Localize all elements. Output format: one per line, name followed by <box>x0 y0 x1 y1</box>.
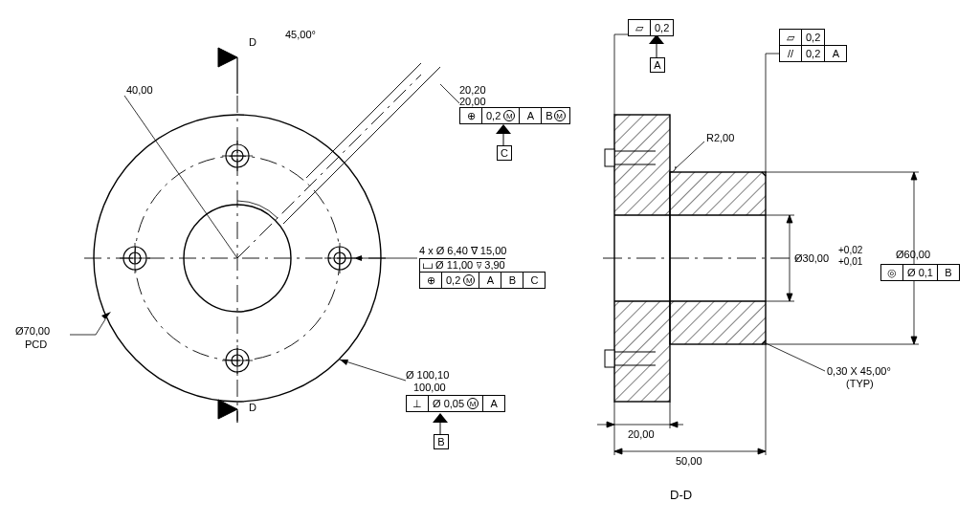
section-label: D-D <box>670 488 692 503</box>
svg-marker-64 <box>787 215 792 223</box>
svg-marker-65 <box>787 294 792 301</box>
od-upper: Ø 100,10 <box>406 369 449 382</box>
chamfer-line2: (TYP) <box>846 378 874 390</box>
svg-rect-57 <box>605 149 614 166</box>
pcd-label: PCD <box>25 338 47 351</box>
svg-marker-25 <box>218 48 237 67</box>
svg-line-23 <box>283 67 440 224</box>
gdnt-parallelism-icon: // <box>780 46 802 61</box>
gdnt-flatness-icon: ▱ <box>780 30 802 45</box>
radial-dim: 40,00 <box>126 84 153 97</box>
svg-line-82 <box>676 142 704 168</box>
fcf-flatness-right: ▱ 0,2 <box>779 29 825 46</box>
gdnt-perpendicularity-icon: ⊥ <box>407 396 429 411</box>
od-lower: 100,00 <box>413 382 446 394</box>
svg-marker-69 <box>911 172 917 180</box>
svg-marker-81 <box>758 448 766 454</box>
angle-dim: 45,00° <box>285 29 316 41</box>
svg-marker-80 <box>614 448 622 454</box>
fcf-od-perp: ⊥ Ø 0,05 M A <box>406 395 505 412</box>
bore-tol-lower: +0,01 <box>838 256 862 268</box>
svg-marker-76 <box>670 422 678 427</box>
datum-b: B <box>434 434 449 449</box>
fcf-key-position: ⊕ 0,2 M A BM <box>459 107 570 124</box>
svg-line-34 <box>340 360 406 381</box>
svg-line-24 <box>124 96 237 258</box>
section-arrow-bottom-label: D <box>249 402 256 414</box>
svg-rect-53 <box>670 172 766 215</box>
svg-marker-41 <box>433 413 448 423</box>
datum-a: A <box>650 57 665 73</box>
hole-note-line2: ⌴ Ø 11,00 ∇ 3,90 <box>419 258 505 272</box>
flange-thk: 20,00 <box>628 428 655 441</box>
svg-marker-75 <box>607 422 614 427</box>
svg-line-36 <box>440 84 459 103</box>
fcf-concentricity: ◎ Ø 0,1 B <box>880 264 960 281</box>
gdnt-position-icon: ⊕ <box>420 273 442 288</box>
fcf-holes-position: ⊕ 0,2 M A B C <box>419 272 546 289</box>
section-arrow-top-label: D <box>249 36 256 49</box>
pcd-dia: Ø70,00 <box>15 325 50 338</box>
svg-marker-70 <box>911 337 917 344</box>
bore-dia: Ø30,00 <box>794 252 829 265</box>
gdnt-concentricity-icon: ◎ <box>881 265 903 280</box>
gdnt-flatness-icon: ▱ <box>629 20 651 35</box>
svg-marker-39 <box>496 124 511 134</box>
svg-rect-60 <box>605 350 614 367</box>
fillet-radius: R2,00 <box>706 132 734 144</box>
gdnt-position-icon: ⊕ <box>460 108 482 123</box>
fcf-parallel-right: // 0,2 A <box>779 45 847 62</box>
svg-marker-27 <box>218 400 237 419</box>
chamfer-line1: 0,30 X 45,00° <box>827 365 891 378</box>
bore-tol-upper: +0,02 <box>838 245 862 256</box>
hole-note-line1: 4 x Ø 6,40 ∇ 15,00 <box>419 245 506 257</box>
svg-line-71 <box>764 342 825 371</box>
svg-marker-33 <box>101 312 111 319</box>
svg-rect-54 <box>670 301 766 344</box>
fcf-flatness-left: ▱ 0,2 <box>628 19 674 36</box>
datum-c: C <box>497 145 512 161</box>
overall-len: 50,00 <box>676 455 702 468</box>
svg-line-22 <box>306 63 421 178</box>
shaft-dia: Ø60,00 <box>896 249 930 261</box>
svg-line-32 <box>96 319 105 335</box>
svg-marker-30 <box>354 255 362 261</box>
svg-marker-35 <box>340 360 348 365</box>
svg-line-21 <box>237 75 421 258</box>
